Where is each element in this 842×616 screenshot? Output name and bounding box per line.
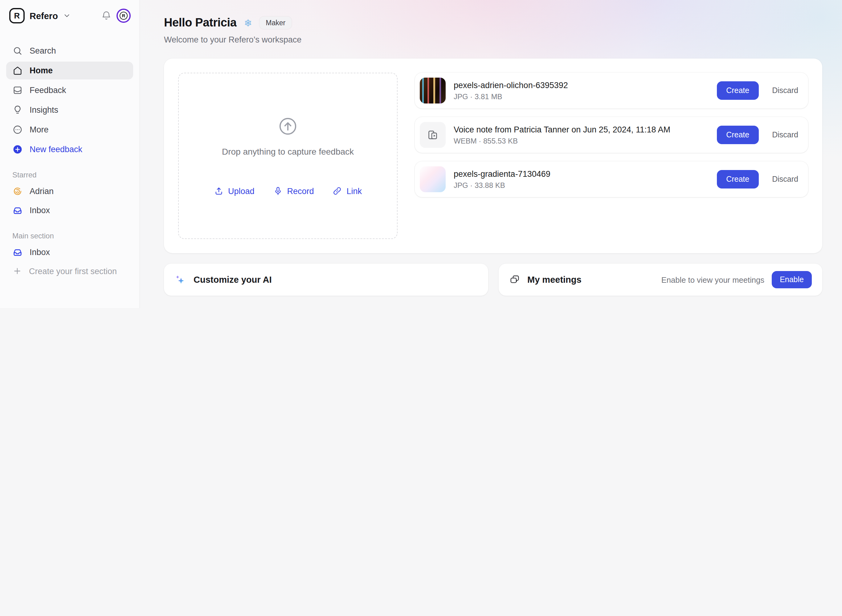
discard-button[interactable]: Discard	[772, 131, 798, 139]
chevron-down-icon	[63, 12, 71, 20]
dropzone-actions: Upload Record Link	[214, 186, 362, 196]
sidebar-item-inbox-starred[interactable]: Inbox	[6, 201, 133, 219]
file-meta: WEBM · 855.53 KB	[454, 136, 670, 145]
file-meta: JPG · 33.88 KB	[454, 181, 550, 189]
search-icon	[12, 45, 23, 56]
file-row: pexels-adrien-olichon-6395392 JPG · 3.81…	[415, 73, 808, 109]
role-badge: Maker	[260, 17, 292, 29]
file-thumbnail	[420, 78, 446, 104]
user-avatar-monogram: R	[120, 12, 128, 20]
more-circle-icon	[12, 125, 23, 135]
starred-item-label: Adrian	[29, 187, 54, 196]
sidebar-nav: Search Home Feedback Insights More New f…	[0, 42, 139, 158]
create-button[interactable]: Create	[717, 170, 758, 189]
sidebar-item-adrian[interactable]: Adrian	[6, 182, 133, 200]
customize-ai-card[interactable]: Customize your AI	[164, 264, 488, 296]
meetings-hint: Enable to view your meetings	[661, 275, 764, 284]
link-button[interactable]: Link	[332, 186, 362, 196]
sidebar-item-label: Insights	[29, 105, 58, 114]
link-icon	[332, 186, 342, 196]
dropzone-text: Drop anything to capture feedback	[222, 147, 354, 157]
sidebar-item-feedback[interactable]: Feedback	[6, 81, 133, 99]
link-label: Link	[347, 186, 362, 196]
upload-icon	[214, 186, 224, 196]
bell-icon[interactable]	[101, 10, 112, 21]
customize-ai-label: Customize your AI	[194, 275, 272, 285]
target-rings-icon	[12, 186, 23, 197]
page-subtitle: Welcome to your Refero’s workspace	[164, 35, 822, 44]
file-row: Voice note from Patricia Tanner on Jun 2…	[415, 117, 808, 153]
capture-card: Drop anything to capture feedback Upload…	[164, 59, 822, 253]
create-button[interactable]: Create	[717, 81, 758, 100]
create-section-button[interactable]: Create your first section	[6, 263, 133, 280]
file-name: pexels-gradienta-7130469	[454, 169, 550, 178]
inbox-icon	[12, 247, 23, 258]
new-feedback-label: New feedback	[29, 145, 82, 154]
app-window: R Refero R Search Home Feedback Insight	[0, 0, 842, 308]
snowflake-emoji: ❄	[244, 17, 252, 29]
main-area: Hello Patricia ❄ Maker Welcome to your R…	[140, 0, 842, 308]
starred-item-label: Inbox	[29, 206, 50, 215]
my-meetings-card: My meetings Enable to view your meetings…	[498, 264, 822, 296]
record-label: Record	[287, 186, 314, 196]
mic-icon	[273, 186, 283, 196]
workspace-logo: R	[9, 8, 25, 23]
sidebar-item-label: More	[29, 125, 49, 134]
create-section-label: Create your first section	[29, 266, 117, 276]
main-item-label: Inbox	[29, 248, 50, 257]
starred-list: Adrian Inbox	[0, 182, 139, 219]
discard-button[interactable]: Discard	[772, 86, 798, 95]
page-header: Hello Patricia ❄ Maker	[164, 16, 822, 29]
file-meta: JPG · 3.81 MB	[454, 92, 568, 101]
sidebar-item-label: Feedback	[29, 86, 66, 95]
upload-button[interactable]: Upload	[214, 186, 254, 196]
file-thumbnail	[420, 122, 446, 148]
new-feedback-button[interactable]: New feedback	[6, 141, 133, 158]
sidebar-item-insights[interactable]: Insights	[6, 101, 133, 119]
starred-section-label: Starred	[0, 166, 139, 182]
file-row: pexels-gradienta-7130469 JPG · 33.88 KB …	[415, 161, 808, 197]
my-meetings-label: My meetings	[528, 275, 582, 285]
upload-label: Upload	[228, 186, 254, 196]
workspace-switcher[interactable]: R Refero R	[0, 8, 139, 23]
enable-meetings-button[interactable]: Enable	[772, 271, 812, 288]
create-button[interactable]: Create	[717, 126, 758, 144]
feedback-tray-icon	[12, 85, 23, 95]
main-section-list: Inbox Create your first section	[0, 243, 139, 280]
page-title: Hello Patricia	[164, 16, 237, 29]
meetings-bubbles-icon	[509, 274, 520, 285]
sidebar: R Refero R Search Home Feedback Insight	[0, 0, 140, 308]
record-button[interactable]: Record	[273, 186, 314, 196]
sidebar-item-search[interactable]: Search	[6, 42, 133, 60]
discard-button[interactable]: Discard	[772, 175, 798, 183]
plus-circle-icon	[12, 144, 23, 155]
upload-circle-icon	[278, 116, 298, 137]
workspace-name: Refero	[29, 11, 58, 21]
sparkles-icon	[175, 274, 186, 286]
file-name: Voice note from Patricia Tanner on Jun 2…	[454, 125, 670, 134]
home-icon	[12, 65, 23, 76]
lightbulb-icon	[12, 105, 23, 115]
dropzone[interactable]: Drop anything to capture feedback Upload…	[178, 73, 398, 239]
pending-files-list: pexels-adrien-olichon-6395392 JPG · 3.81…	[415, 73, 808, 239]
user-avatar[interactable]: R	[116, 9, 131, 23]
main-section-label: Main section	[0, 227, 139, 243]
inbox-icon	[12, 205, 23, 216]
file-thumbnail	[420, 166, 446, 192]
sidebar-item-inbox-main[interactable]: Inbox	[6, 243, 133, 261]
sidebar-item-more[interactable]: More	[6, 121, 133, 139]
media-file-icon	[426, 129, 439, 141]
sidebar-item-home[interactable]: Home	[6, 62, 133, 79]
plus-icon	[12, 266, 22, 276]
file-name: pexels-adrien-olichon-6395392	[454, 81, 568, 89]
sidebar-item-label: Home	[29, 66, 53, 75]
sidebar-item-label: Search	[29, 46, 56, 56]
